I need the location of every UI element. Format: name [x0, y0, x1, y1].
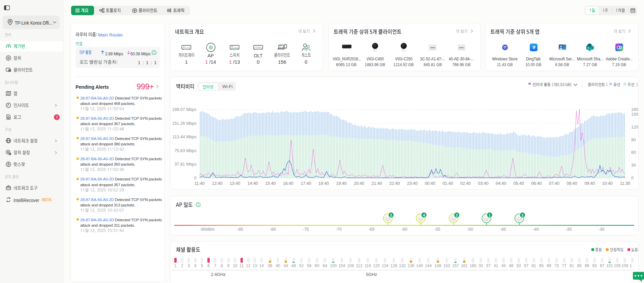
- svg-text:165: 165: [470, 263, 477, 268]
- svg-text:6: 6: [208, 263, 210, 268]
- svg-text:116: 116: [365, 263, 371, 268]
- svg-text:113.44 Mbps: 113.44 Mbps: [173, 135, 196, 139]
- svg-text:160: 160: [631, 107, 638, 112]
- svg-text:151.26 Mbps: 151.26 Mbps: [172, 121, 196, 126]
- svg-text:-55: -55: [434, 227, 440, 232]
- svg-text:-85: -85: [237, 227, 243, 232]
- svg-text:30: 30: [631, 163, 636, 168]
- svg-text:61: 61: [531, 263, 536, 268]
- svg-text:57: 57: [524, 263, 529, 268]
- svg-text:-40: -40: [533, 227, 539, 232]
- svg-text:150: 150: [631, 112, 638, 117]
- svg-text:64: 64: [323, 263, 328, 268]
- svg-text:81: 81: [570, 263, 574, 268]
- svg-text:56: 56: [307, 263, 312, 268]
- svg-text:21:40: 21:40: [372, 181, 382, 186]
- svg-text:S: S: [587, 46, 589, 50]
- svg-text:1: 1: [489, 213, 491, 217]
- svg-text:33: 33: [479, 263, 483, 268]
- svg-text:3: 3: [188, 263, 190, 268]
- svg-text:19:40: 19:40: [336, 181, 346, 186]
- svg-text:112: 112: [356, 263, 362, 268]
- svg-text:5: 5: [201, 263, 203, 268]
- svg-text:2: 2: [181, 263, 183, 268]
- svg-text:00:40: 00:40: [425, 181, 435, 186]
- svg-text:77: 77: [562, 263, 566, 268]
- svg-text:4: 4: [423, 213, 425, 217]
- svg-text:124: 124: [382, 263, 389, 268]
- svg-text:53: 53: [516, 263, 521, 268]
- svg-text:69: 69: [547, 263, 551, 268]
- svg-text:01:40: 01:40: [442, 181, 453, 186]
- svg-text:37.81 Mbps: 37.81 Mbps: [175, 162, 196, 167]
- svg-text:18:40: 18:40: [318, 181, 329, 186]
- svg-text:100: 100: [330, 263, 337, 268]
- svg-text:7: 7: [214, 263, 216, 268]
- svg-text:-70: -70: [336, 227, 342, 232]
- svg-text:45: 45: [501, 263, 506, 268]
- svg-text:-30: -30: [599, 227, 605, 232]
- svg-text:15:40: 15:40: [265, 181, 276, 186]
- svg-text:89: 89: [585, 263, 589, 268]
- svg-text:105: 105: [614, 263, 621, 268]
- svg-text:41: 41: [494, 263, 498, 268]
- svg-text:14: 14: [259, 263, 264, 268]
- svg-text:13: 13: [253, 263, 257, 268]
- svg-text:140: 140: [416, 263, 423, 268]
- svg-text:52: 52: [299, 263, 304, 268]
- svg-text:120: 120: [631, 125, 638, 130]
- svg-text:189.07 Mbps: 189.07 Mbps: [172, 107, 196, 112]
- svg-text:60: 60: [315, 263, 319, 268]
- svg-text:149: 149: [434, 263, 441, 268]
- svg-text:11:40: 11:40: [194, 181, 205, 186]
- svg-text:36: 36: [268, 263, 273, 268]
- svg-text:0: 0: [631, 176, 634, 180]
- svg-text:153: 153: [443, 263, 450, 268]
- svg-text:136: 136: [408, 263, 415, 268]
- svg-text:65: 65: [539, 263, 544, 268]
- svg-text:03:40: 03:40: [478, 181, 488, 186]
- svg-text:22:40: 22:40: [389, 181, 400, 186]
- svg-text:08:40: 08:40: [566, 181, 577, 186]
- svg-text:-60: -60: [401, 227, 407, 232]
- svg-text:-45: -45: [500, 227, 506, 232]
- svg-text:132: 132: [399, 263, 406, 268]
- svg-text:10:40: 10:40: [602, 181, 613, 186]
- svg-text:5GHz: 5GHz: [366, 272, 377, 277]
- svg-text:06:40: 06:40: [531, 181, 542, 186]
- svg-text:07:40: 07:40: [549, 181, 559, 186]
- svg-text:-75: -75: [303, 227, 309, 232]
- svg-text:09:40: 09:40: [584, 181, 595, 186]
- svg-text:2: 2: [456, 213, 458, 217]
- svg-text:48: 48: [292, 263, 296, 268]
- svg-text:12: 12: [246, 263, 251, 268]
- svg-text:-35: -35: [565, 227, 572, 232]
- svg-text:49: 49: [509, 263, 514, 268]
- svg-text:2: 2: [390, 213, 392, 217]
- svg-text:23:40: 23:40: [407, 181, 418, 186]
- svg-text:4: 4: [194, 263, 196, 268]
- svg-text:157: 157: [452, 263, 459, 268]
- svg-text:02:40: 02:40: [460, 181, 471, 186]
- svg-text:8: 8: [221, 263, 223, 268]
- svg-text:1: 1: [630, 263, 632, 268]
- svg-text:109: 109: [621, 263, 628, 268]
- svg-text:108: 108: [347, 263, 354, 268]
- svg-text:37: 37: [486, 263, 491, 268]
- svg-text:9: 9: [227, 263, 229, 268]
- svg-text:-65: -65: [368, 227, 374, 232]
- svg-text:10: 10: [233, 263, 238, 268]
- svg-text:75.63 Mbps: 75.63 Mbps: [175, 148, 196, 153]
- svg-text:120: 120: [373, 263, 380, 268]
- svg-text:11:30: 11:30: [620, 181, 630, 186]
- svg-text:73: 73: [554, 263, 559, 268]
- svg-text:14:40: 14:40: [247, 181, 258, 186]
- svg-text:128: 128: [390, 263, 397, 268]
- svg-text:101: 101: [606, 263, 613, 268]
- svg-text:-80: -80: [270, 227, 276, 232]
- svg-text:93: 93: [592, 263, 597, 268]
- svg-text:13:40: 13:40: [230, 181, 240, 186]
- svg-text:161: 161: [461, 263, 468, 268]
- svg-text:40: 40: [276, 263, 280, 268]
- svg-text:-50: -50: [467, 227, 473, 232]
